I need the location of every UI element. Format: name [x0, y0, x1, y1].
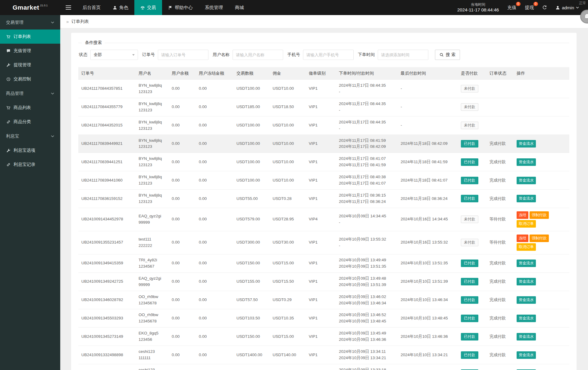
flow-button[interactable]: 资金流水 — [517, 333, 536, 340]
order-status-cell: 完成付款 — [486, 291, 514, 309]
balance-cell: 0.00 — [169, 153, 196, 171]
column-header: 用户名 — [136, 67, 169, 80]
pay-status-badge: 未付款 — [461, 103, 478, 111]
sidebar-item-trade-control[interactable]: 交易控制 — [0, 72, 60, 86]
commission-cell: USDT10.00 — [270, 116, 306, 135]
nav-item-system[interactable]: 系统管理 — [199, 0, 229, 15]
order-row: UB2411170836159152BYN_kw8j8q1231230.000.… — [78, 190, 569, 208]
balance-cell: 0.00 — [169, 190, 196, 208]
flow-button[interactable]: 资金流水 — [517, 195, 536, 202]
flow-button[interactable]: 资金流水 — [517, 296, 536, 304]
refresh-icon[interactable] — [542, 5, 547, 10]
sidebar-item-label: 充值管理 — [14, 48, 31, 54]
nav-item-trade[interactable]: 交易 — [134, 0, 162, 15]
order-no-cell: UB2410091349242725 — [78, 272, 136, 291]
sidebar-item-interest-options[interactable]: 利息宝选项 — [0, 143, 60, 157]
flow-button[interactable]: 资金流水 — [517, 158, 536, 166]
pay-status-badge: 已付款 — [461, 315, 478, 322]
last-pay-time-cell: 2024年10月10日 13:46:34 — [398, 291, 458, 309]
trade-amount-cell: USDT100.00 — [233, 116, 270, 135]
flow-button[interactable]: 资金流水 — [517, 278, 536, 285]
order-time-cell: 2024年10月09日 13:55:32- — [336, 231, 398, 254]
actions-cell: 资金流水 — [514, 291, 569, 309]
actions-cell: 资金流水 — [514, 328, 569, 346]
balance-cell: 0.00 — [169, 135, 196, 153]
hamburger-menu-icon[interactable] — [60, 0, 77, 15]
frozen-amount-cell: 0.00 — [196, 309, 233, 328]
sidebar-group-interest-treasure[interactable]: 利息宝 — [0, 129, 60, 143]
balance-cell: 0.00 — [169, 231, 196, 254]
flow-button[interactable]: 资金流水 — [517, 315, 536, 322]
order-no-cell: UB2411170844357851 — [78, 80, 136, 98]
wrench-icon — [6, 63, 11, 67]
order-status-cell: 完成付款 — [486, 272, 514, 291]
user-menu[interactable]: admin — [555, 5, 579, 10]
search-button[interactable]: 搜 索 — [435, 50, 460, 60]
column-header: 交易数额 — [233, 67, 270, 80]
flow-button[interactable]: 资金流水 — [517, 140, 536, 148]
nav-item-home[interactable]: 后台首页 — [77, 0, 107, 15]
freeze-button[interactable]: 冻结 — [517, 235, 528, 242]
trade-amount-cell: USDT100.00 — [233, 135, 270, 153]
sidebar-item-withdraw-management[interactable]: 提现管理 — [0, 58, 60, 72]
pay-status-cell: 已付款 — [458, 171, 486, 190]
nav-item-label: 帮助中心 — [175, 5, 193, 11]
pay-status-cell: 未付款 — [458, 98, 486, 116]
sidebar-item-label: 商品分类 — [14, 119, 31, 125]
withdraw-link[interactable]: 提现 0 — [525, 5, 534, 11]
sidebar-group-trade-management[interactable]: 交易管理 — [0, 15, 60, 30]
sidebar-item-product-category[interactable]: 商品分类 — [0, 115, 60, 129]
frozen-amount-cell: 0.00 — [196, 98, 233, 116]
column-header: 佣金 — [270, 67, 306, 80]
username-cell: BYN_kw8j8q123123 — [136, 116, 169, 135]
sidebar-item-order-list[interactable]: 订单列表 — [0, 30, 60, 44]
sidebar-item-product-list[interactable]: 商品列表 — [0, 101, 60, 115]
username-cell: BYN_kw8j8q123123 — [136, 171, 169, 190]
order-no-input[interactable] — [158, 50, 208, 60]
nav-item-mall[interactable]: 商城 — [229, 0, 250, 15]
force-button[interactable]: 强制付款 — [530, 211, 549, 219]
sidebar-group-product-management[interactable]: 商品管理 — [0, 86, 60, 101]
actions-cell: 资金流水 — [514, 346, 569, 364]
sidebar-item-interest-records[interactable]: 利息宝记录 — [0, 157, 60, 172]
username-input[interactable] — [233, 50, 283, 60]
order-no-cell: UB2411170839441060 — [78, 171, 136, 190]
order-row: UB2410091355231457test1112222220.000.00U… — [78, 231, 569, 254]
username-cell: EAQ_qyz2gi99999 — [136, 208, 169, 231]
order-status-cell: 完成付款 — [486, 309, 514, 328]
cancel-button[interactable]: 取消订单 — [517, 220, 536, 228]
order-no-cell: UB2410091345503293 — [78, 309, 136, 328]
last-pay-time-cell: 2024年10月16日 14:34:45 — [398, 208, 458, 231]
status-select[interactable]: 全部 — [90, 50, 138, 60]
order-no-cell: UB2410091434452978 — [78, 208, 136, 231]
pay-status-cell: 未付款 — [458, 116, 486, 135]
order-status-cell — [486, 80, 514, 98]
cancel-button[interactable]: 取消订单 — [517, 243, 536, 251]
freeze-button[interactable]: 冻结 — [517, 211, 528, 219]
order-time-label: 下单时间 — [358, 52, 375, 58]
nav-item-roles[interactable]: 角色 — [107, 0, 134, 15]
status-label: 状态 — [79, 52, 87, 58]
force-button[interactable]: 强制付款 — [530, 235, 549, 242]
order-time-cell: 2024年10月09日 13:46:022024年10月09日 13:46:34 — [336, 291, 398, 309]
nav-item-label: 角色 — [119, 5, 128, 11]
sidebar-item-recharge-management[interactable]: 充值管理 — [0, 44, 60, 58]
nav-item-label: 商城 — [235, 5, 244, 11]
frozen-amount-cell: 0.00 — [196, 346, 233, 364]
order-time-input[interactable] — [378, 50, 428, 60]
nav-item-help[interactable]: 帮助中心 — [162, 0, 199, 15]
recharge-link[interactable]: 充值 0 — [507, 5, 516, 11]
cart-icon — [6, 106, 11, 110]
flow-button[interactable]: 资金流水 — [517, 177, 536, 184]
order-time-cell: 2024年11月17日 08:41:072024年11月17日 08:41:59 — [336, 153, 398, 171]
pay-status-cell: 已付款 — [458, 328, 486, 346]
balance-cell: 0.00 — [169, 80, 196, 98]
link-icon — [6, 120, 11, 124]
flow-button[interactable]: 资金流水 — [517, 260, 536, 267]
order-status-cell — [486, 116, 514, 135]
pay-status-cell: 已付款 — [458, 135, 486, 153]
pay-status-badge: 已付款 — [461, 177, 478, 184]
flow-button[interactable]: 资金流水 — [517, 351, 536, 359]
phone-input[interactable] — [303, 50, 354, 60]
balance-cell: 0.00 — [169, 309, 196, 328]
